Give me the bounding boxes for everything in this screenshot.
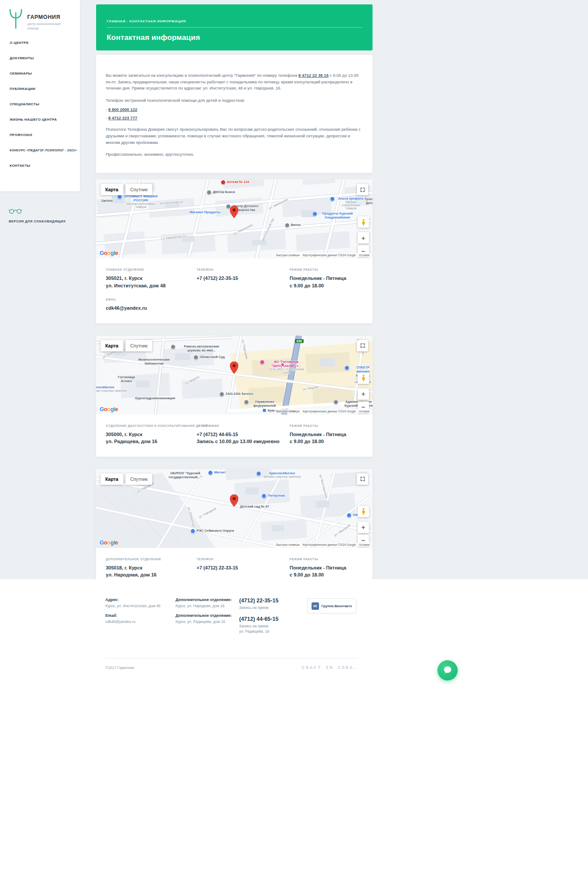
site-logo[interactable]: ГАРМОНИЯ центр психологической помощи [0,0,80,31]
map-label-poi[interactable]: Управление федеральной [244,400,279,408]
map-label-poi[interactable]: ОПТИМИСТ ФИШИНГ РОССИЯМагазин рыболовных… [117,194,158,208]
sidebar-item-contacts[interactable]: КОНТАКТЫ [0,158,80,173]
google-logo[interactable]: Google [100,406,118,412]
office-address: 305000, г. Курск ул. Радищева, дом 16 [106,431,197,445]
fullscreen-button[interactable] [357,340,368,351]
map-pin-icon[interactable] [230,362,238,376]
logo-title: ГАРМОНИЯ [27,14,61,20]
shop-poi-icon [312,211,317,216]
map-button[interactable]: Карта [100,184,123,195]
pegman-control[interactable] [358,506,369,517]
shortcuts-link[interactable]: Быстрые клавиши [276,254,299,257]
map-type-control: Карта Спутник [100,473,152,485]
map-additional-office[interactable]: ОБЛПОУ "Курский государственный..." Магн… [96,469,373,548]
shortcuts-link[interactable]: Быстрые клавиши [276,410,299,413]
phone-label: ТЕЛЕФОН [197,424,290,427]
sidebar-item-about[interactable]: О ЦЕНТРЕ [0,35,80,50]
footer-phones-column: (4712) 22-35-15 Запись на прием (4712) 4… [239,598,279,634]
office-phone[interactable]: +7 (4712) 44-65-15 Запись с 10.00 до 13.… [197,431,290,445]
sidebar-item-seminars[interactable]: СЕМИНАРЫ [0,66,80,81]
craft-credit[interactable]: CRAFT IN CODA. [302,665,358,670]
map-main-office[interactable]: Аптека № 124 ДЮСШ Бокса ОПТИМИСТ ФИШИНГ … [96,179,373,258]
map-label-poi[interactable]: РЭС Сеймского Округа [190,529,234,533]
footer-dept2-value: Курск, ул. Радищева, дом 16 [176,619,232,624]
map-label-poi[interactable]: Красное&БелоеМагазин спиртных напитков [256,471,302,478]
fullscreen-button[interactable] [357,473,368,485]
fullscreen-button[interactable] [357,184,368,195]
sidebar-item-publications[interactable]: ПУБЛИКАЦИИ [0,81,80,97]
map-diagnostics-office[interactable]: Римско-католическая церковь во имя... Об… [96,336,373,415]
map-label-poi[interactable]: Альта профильМагазин строительных товаро… [330,197,366,210]
office-phone[interactable]: +7 (4712) 22-33-15 [197,564,290,572]
map-button[interactable]: Карта [100,340,123,351]
hotline-link-2[interactable]: 8 4712 223 777 [108,115,137,120]
map-label-poi[interactable]: ное&Белоезин спиртных напитков [96,385,127,392]
phone-link-inline[interactable]: 8 4712 22 35 15 [298,73,329,78]
map-label-poi[interactable]: Магнит [208,470,226,475]
terms-link[interactable]: Условия [359,254,369,257]
google-logo[interactable]: Google [100,539,118,546]
pegman-control[interactable] [358,372,369,384]
map-label-poi[interactable]: Аптека № 124 [221,180,249,185]
map-label-poi[interactable]: Гостиница Armani [113,375,140,383]
map-label-poi[interactable]: Darimir [101,199,113,203]
map-label-poi[interactable]: Тролл. Депо [362,197,373,205]
office-address: 305021, г. Курск ул. Институтская, дом 4… [106,275,197,289]
footer-email-value[interactable]: cdk46@yandex.ru [105,619,161,624]
satellite-button[interactable]: Спутник [125,340,153,351]
accessibility-label: ВЕРСИЯ ДЛЯ СЛАБОВИДЯЩИХ [9,219,75,223]
chat-widget-button[interactable] [437,660,458,680]
map-label-poi[interactable]: Магазин Продукты [190,210,220,214]
breadcrumb[interactable]: ГЛАВНАЯ - КОНТАКТНАЯ ИНФОРМАЦИЯ [107,19,362,23]
shortcuts-link[interactable]: Быстрые клавиши [276,543,299,546]
map-label-poi[interactable]: Детский сад № 67 [240,505,269,508]
zoom-in-button[interactable]: + [358,522,369,533]
sidebar-item-center-life[interactable]: ЖИЗНЬ НАШЕГО ЦЕНТРА [0,112,80,127]
map-label-poi[interactable]: Курскгидромеханизация [135,396,175,400]
vk-button-label: Группа Вконтакте [322,604,352,608]
map-label-poi[interactable]: Межпоселенческая библиотека [134,358,174,365]
map-label-poi[interactable]: ZAG-ZAG Service [219,392,253,397]
phone-label: ТЕЛЕФОН [197,558,290,561]
vk-group-button[interactable]: VK Группа Вконтакте [307,598,356,613]
sidebar-item-contest[interactable]: КОНКУРС «ПЕДАГОГ-ПСИХОЛОГ - 2021» [0,143,80,158]
hotline-link-1[interactable]: 8 800 2000 122 [108,107,137,112]
footer-phone-2[interactable]: (4712) 44-65-15 [239,616,279,622]
pegman-control[interactable] [358,216,369,228]
office-email[interactable]: cdk46@yandex.ru [106,304,197,312]
map-label-poi[interactable]: ДЮСШ Бокса [207,190,235,195]
satellite-button[interactable]: Спутник [125,184,153,195]
map-pin-icon[interactable] [230,494,238,508]
terms-link[interactable]: Условия [359,543,369,546]
map-label-poi[interactable]: АО "Гостиница "Центральная" г...3.9 ★ (2… [260,360,306,374]
intro-paragraph-4: Профессионально, анонимно, круглосуточно… [106,151,361,158]
footer-phone-1[interactable]: (4712) 22-35-15 [239,598,279,604]
map-label-poi[interactable]: Продукты Курский Хладокомбинат [312,211,356,219]
sidebar-item-specialists[interactable]: СПЕЦИАЛИСТЫ [0,97,80,112]
sidebar-nav: О ЦЕНТРЕ ДОКУМЕНТЫ СЕМИНАРЫ ПУБЛИКАЦИИ С… [0,31,80,173]
sidebar-item-documents[interactable]: ДОКУМЕНТЫ [0,50,80,66]
footer-phone-2-address: ул. Радищева, 16 [239,629,279,634]
google-logo[interactable]: Google [100,250,118,256]
zoom-in-button[interactable]: + [358,388,369,400]
map-type-control: Карта Спутник [100,340,152,351]
footer: Адрес: Курск, ул. Институтская, дом 48 E… [0,579,588,877]
satellite-button[interactable]: Спутник [125,473,153,485]
header-divider [107,27,362,28]
map-label-poi[interactable]: Пятёрочка [262,494,285,498]
poi-icon [244,400,249,404]
map-label-poi[interactable]: Областной Суд [194,355,225,360]
map-label-poi[interactable]: ОБЛПОУ "Курский государственный..." [159,471,212,479]
zoom-in-button[interactable]: + [358,232,369,243]
footer-dept1-value: Курск, ул. Народная, дом 16 [176,604,232,608]
map-label-poi[interactable]: Римско-католическая церковь во имя... [171,344,226,352]
map-pin-icon[interactable] [230,206,238,220]
map-attribution: Быстрые клавиши Картографические данные … [275,409,371,413]
accessibility-link[interactable]: ВЕРСИЯ ДЛЯ СЛАБОВИДЯЩИХ [9,208,75,223]
map-button[interactable]: Карта [100,473,123,485]
map-type-control: Карта Спутник [100,184,152,195]
map-label-poi[interactable]: Виток [285,223,301,228]
sidebar-item-union[interactable]: ПРОФСОЮЗ [0,127,80,143]
terms-link[interactable]: Условия [359,410,369,413]
office-phone[interactable]: +7 (4712) 22-35-15 [197,275,290,282]
